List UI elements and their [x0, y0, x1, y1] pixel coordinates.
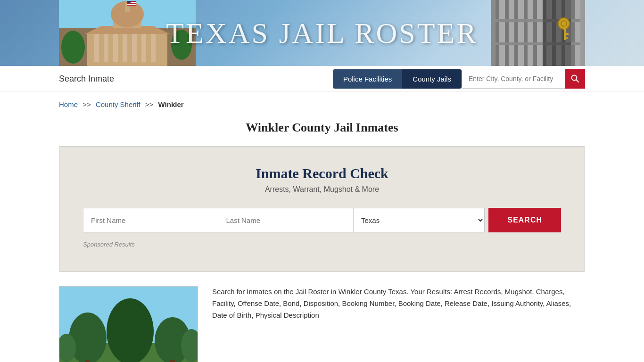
first-name-input[interactable]: [83, 208, 218, 232]
search-icon: [571, 74, 579, 83]
state-select[interactable]: AlabamaAlaskaArizonaArkansasCaliforniaCo…: [354, 208, 485, 232]
last-name-input[interactable]: [218, 208, 353, 232]
police-facilities-button[interactable]: Police Facilities: [333, 69, 402, 89]
page-title: Winkler County Jail Inmates: [0, 121, 644, 135]
keys-image: [491, 0, 585, 66]
facility-search-input[interactable]: [462, 69, 565, 89]
svg-rect-31: [571, 0, 575, 66]
breadcrumb-county-sheriff-link[interactable]: County Sheriff: [96, 100, 140, 108]
breadcrumb-sep-2: >>: [145, 100, 154, 108]
facility-search-button[interactable]: [565, 69, 585, 89]
svg-rect-19: [127, 1, 131, 3]
svg-rect-9: [151, 34, 156, 62]
svg-rect-38: [564, 33, 569, 35]
record-check-subtitle: Arrests, Warrant, Mugshot & More: [83, 185, 561, 194]
page-title-area: Winkler County Jail Inmates: [0, 113, 644, 146]
breadcrumb-current: Winkler: [158, 100, 184, 108]
inmate-search-form: AlabamaAlaskaArizonaArkansasCaliforniaCo…: [83, 208, 561, 232]
svg-rect-8: [141, 34, 146, 62]
svg-rect-26: [524, 0, 528, 66]
bottom-description: Search for Inmates on the Jail Roster in…: [212, 286, 585, 321]
svg-rect-4: [104, 34, 108, 62]
county-image: [59, 286, 198, 362]
svg-point-46: [107, 298, 154, 362]
svg-rect-3: [94, 34, 99, 62]
search-inmate-label: Search Inmate: [59, 74, 114, 84]
svg-rect-24: [505, 0, 509, 66]
breadcrumb: Home >> County Sheriff >> Winkler: [0, 92, 644, 113]
svg-line-41: [576, 80, 578, 82]
svg-rect-18: [127, 4, 136, 5]
sponsored-results-label: Sponsored Results: [83, 241, 561, 248]
record-check-title: Inmate Record Check: [83, 165, 561, 181]
svg-point-20: [61, 31, 85, 64]
bottom-section: Search for Inmates on the Jail Roster in…: [0, 272, 644, 362]
site-title: Texas Jail Roster: [166, 16, 478, 50]
inmate-search-button[interactable]: SEARCH: [488, 208, 561, 232]
record-check-box: Inmate Record Check Arrests, Warrant, Mu…: [59, 146, 585, 272]
svg-rect-23: [495, 0, 499, 66]
county-jails-button[interactable]: County Jails: [402, 69, 462, 89]
svg-rect-39: [564, 37, 568, 39]
header-banner: Texas Jail Roster: [0, 0, 644, 66]
nav-bar: Search Inmate Police Facilities County J…: [0, 66, 644, 92]
svg-rect-27: [533, 0, 537, 66]
svg-rect-45: [85, 360, 90, 362]
svg-rect-49: [170, 360, 175, 362]
breadcrumb-home-link[interactable]: Home: [59, 100, 78, 108]
svg-rect-5: [113, 34, 118, 62]
svg-rect-7: [132, 34, 137, 62]
breadcrumb-sep-1: >>: [83, 100, 91, 108]
nav-right-area: Police Facilities County Jails: [333, 69, 585, 89]
svg-rect-25: [514, 0, 518, 66]
svg-rect-6: [123, 34, 127, 62]
